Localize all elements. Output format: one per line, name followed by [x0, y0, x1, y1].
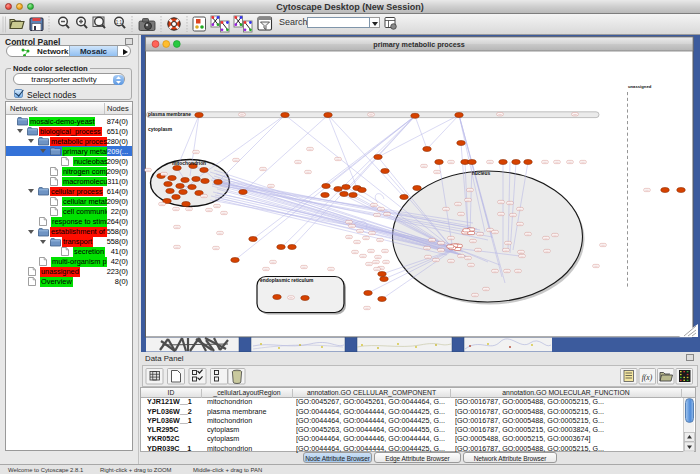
svg-text:endoplasmic reticulum: endoplasmic reticulum [260, 278, 314, 283]
svg-text:primary metabolic process: primary metabolic process [373, 40, 464, 49]
svg-text:plasma membrane: plasma membrane [148, 112, 191, 117]
svg-text:1:1: 1:1 [116, 19, 123, 24]
svg-text:mitochondrion: mitochondrion [172, 161, 206, 166]
svg-text:nucleus: nucleus [472, 171, 491, 176]
svg-text:unassigned: unassigned [628, 84, 652, 89]
svg-text:cytoplasm: cytoplasm [148, 127, 173, 132]
svg-text:f(x): f(x) [642, 373, 653, 382]
